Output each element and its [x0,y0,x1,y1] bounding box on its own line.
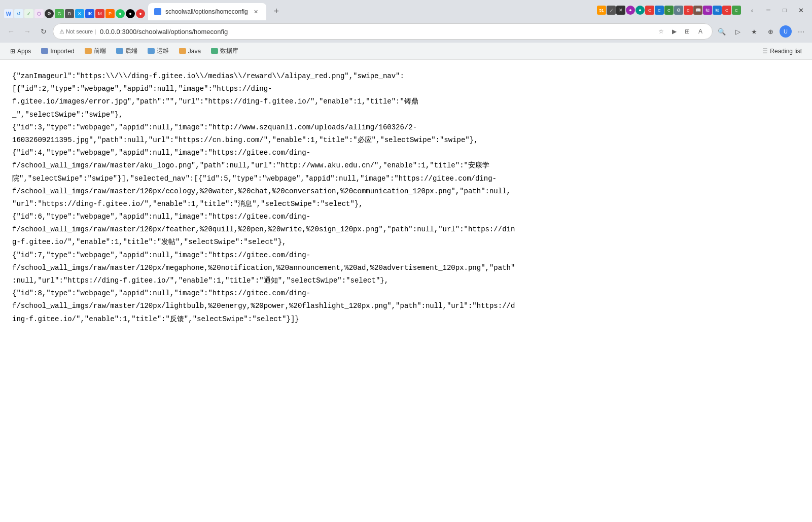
reader-mode-icon[interactable]: ⊞ [682,26,693,37]
ext-settings[interactable]: ⚙ [674,6,683,15]
ext-icon-github[interactable]: ⚙ [45,9,54,18]
ext-icon-3[interactable]: ✓ [24,9,33,18]
extension-icons: 51 ⟋ ✕ ● ● C C C ⚙ C 📖 知 知 C C [284,0,745,20]
address-bar-row: ← → ↻ ⚠ Not secure | 0.0.0.0:3000/school… [0,20,812,43]
right-toolbar: 🔍 ▷ ★ ⊕ U ⋯ [715,24,808,39]
qianduan-folder-icon [85,48,92,54]
ext-c1[interactable]: C [645,6,654,15]
houduan-folder-icon [116,48,123,54]
ext-icon-4[interactable]: ⬡ [34,9,44,18]
ext-icon-2[interactable]: ↺ [14,9,23,18]
imported-folder-icon [41,48,48,54]
bookmark-apps-label: Apps [17,48,31,55]
close-button[interactable]: ✕ [794,3,808,17]
chevron-left-icon[interactable]: ‹ [745,3,759,17]
new-tab-button[interactable]: + [269,4,284,18]
reading-list-label: Reading list [770,48,802,55]
ext-51[interactable]: 51 [597,6,606,15]
translate-icon[interactable]: A [695,26,706,37]
tab-strip: W ↺ ✓ ⬡ ⚙ G D ✕ IK M P ● ● ● schoolwall/… [0,0,284,20]
lock-icon: ⚠ [59,28,64,35]
address-actions: ☆ ▶ ⊞ A [655,26,706,37]
ext-x[interactable]: ✕ [616,6,625,15]
separator: | [94,28,96,34]
minimize-button[interactable]: − [761,3,775,17]
ext-c8[interactable]: C [732,6,741,15]
search-icon[interactable]: 🔍 [715,24,729,39]
profile-icon[interactable]: U [780,25,792,38]
shujuku-folder-icon [211,48,218,54]
ext-icon-9[interactable]: M [95,9,104,18]
ext-slash[interactable]: ⟋ [607,6,616,15]
forward-button[interactable]: → [20,24,34,39]
bookmark-star-icon[interactable]: ☆ [655,26,666,37]
ext-icon-1[interactable]: W [4,9,13,18]
maximize-button[interactable]: □ [778,3,792,17]
favorites-icon[interactable]: ★ [747,24,761,39]
apps-grid-icon: ⊞ [10,48,15,55]
ext-icon-8[interactable]: IK [85,9,94,18]
bookmark-shujuku-label: 数据库 [220,47,238,55]
tab-favicon [154,8,161,15]
bookmark-java[interactable]: Java [175,46,205,57]
tab-close-button[interactable]: ✕ [252,8,260,16]
reading-list-icon: ☰ [762,48,768,55]
url-text[interactable]: 0.0.0.0:3000/schoolwall/options/homeconf… [100,28,651,36]
ext-c2[interactable]: C [655,6,664,15]
security-text: Not secure [66,28,93,34]
bookmark-yunwei[interactable]: 运维 [144,45,173,57]
collections-icon[interactable]: ▷ [731,24,745,39]
bookmark-shujuku[interactable]: 数据库 [207,45,242,57]
bookmark-qianduan-label: 前端 [94,47,106,55]
bookmark-imported-label: Imported [50,48,74,55]
settings-icon[interactable]: ⋯ [794,24,808,39]
security-indicator: ⚠ Not secure | [59,28,96,35]
reading-list-button[interactable]: ☰ Reading list [758,46,806,57]
media-icon[interactable]: ▶ [668,26,680,37]
bookmark-qianduan[interactable]: 前端 [81,45,110,57]
page-content: {"zanImageurl":"https:\\/\\/ding-f.gitee… [0,60,812,522]
ext-teal[interactable]: ● [636,6,645,15]
bookmark-java-label: Java [188,48,201,55]
bookmark-houduan[interactable]: 后端 [112,45,142,57]
ext-c5[interactable]: 知 [703,6,712,15]
ext-icon-11[interactable]: ● [116,9,125,18]
ext-purple[interactable]: ● [626,6,635,15]
back-button[interactable]: ← [4,24,18,39]
json-display: {"zanImageurl":"https:\\/\\/ding-f.gitee… [12,70,800,326]
ext-c4[interactable]: C [684,6,693,15]
yunwei-folder-icon [148,48,155,54]
ext-icon-12[interactable]: ● [126,9,135,18]
java-folder-icon [179,48,186,54]
ext-c7[interactable]: C [722,6,731,15]
ext-book[interactable]: 📖 [693,6,702,15]
ext-icon-7[interactable]: ✕ [75,9,84,18]
ext-icon-13[interactable]: ● [136,9,145,18]
tab-title: schoolwall/options/homeconfig [165,8,248,15]
active-tab[interactable]: schoolwall/options/homeconfig ✕ [148,3,266,20]
browser-essentials-icon[interactable]: ⊕ [763,24,778,39]
bookmark-imported[interactable]: Imported [37,46,78,57]
ext-c3[interactable]: C [664,6,674,15]
browser-window: W ↺ ✓ ⬡ ⚙ G D ✕ IK M P ● ● ● schoolwall/… [0,0,812,522]
top-bar: W ↺ ✓ ⬡ ⚙ G D ✕ IK M P ● ● ● schoolwall/… [0,0,812,20]
ext-c6[interactable]: 知 [713,6,722,15]
bookmark-apps[interactable]: ⊞ Apps [6,46,35,57]
bookmark-houduan-label: 后端 [125,47,137,55]
ext-icon-10[interactable]: P [105,9,115,18]
address-bar[interactable]: ⚠ Not secure | 0.0.0.0:3000/schoolwall/o… [53,23,713,40]
window-controls: ‹ − □ ✕ [745,0,812,20]
bookmark-yunwei-label: 运维 [157,47,169,55]
ext-icon-6[interactable]: D [65,9,74,18]
ext-icon-5[interactable]: G [55,9,64,18]
reload-button[interactable]: ↻ [37,24,51,39]
bookmarks-bar: ⊞ Apps Imported 前端 后端 运维 Java 数据库 ☰ [0,43,812,60]
